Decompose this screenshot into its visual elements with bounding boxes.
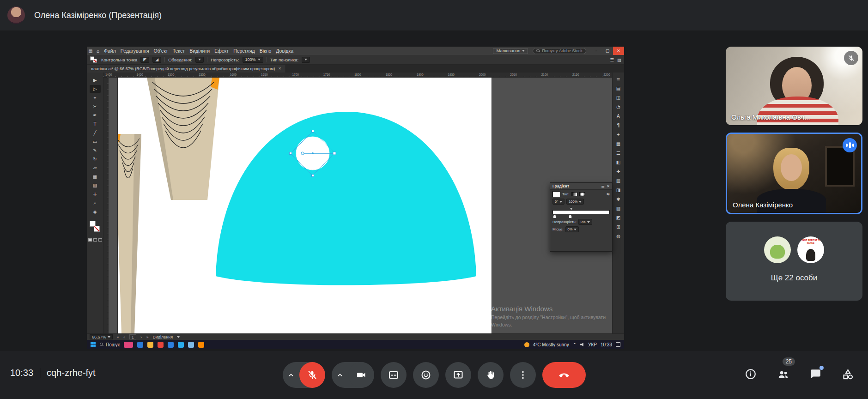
line-tool-icon[interactable]: ╱ (90, 129, 101, 137)
reactions-button[interactable] (413, 362, 439, 388)
dock-panel-icon[interactable]: ▥ (614, 177, 623, 185)
reverse-gradient-icon[interactable]: ⇆ (607, 192, 610, 196)
cup-large[interactable] (147, 78, 219, 200)
camera-button[interactable] (348, 362, 374, 388)
fill-stroke-control[interactable] (89, 220, 101, 235)
artboard-number[interactable]: 1 (129, 334, 136, 339)
zoom-dropdown[interactable]: 66,67% (90, 334, 113, 339)
dock-panel-icon[interactable]: ▤ (614, 85, 623, 92)
gradient-angle-dropdown[interactable]: 0° (552, 199, 565, 205)
dock-panel-icon[interactable]: ◨ (614, 186, 623, 194)
dock-panel-icon[interactable]: ≡ (614, 75, 623, 83)
menu-edit[interactable]: Редагування (118, 48, 152, 54)
dock-panel-icon[interactable]: ¶ (614, 121, 623, 129)
workspace-switcher[interactable]: Малювання (493, 48, 528, 54)
mute-button[interactable] (299, 362, 325, 388)
menu-window[interactable]: Вікно (257, 48, 274, 54)
gradient-bar[interactable] (552, 210, 610, 214)
stop-location-dropdown[interactable]: 0% (565, 226, 579, 232)
dock-panel-icon[interactable]: A (614, 112, 623, 120)
dock-panel-icon[interactable]: ◍ (614, 232, 623, 240)
participant-tile-speaking[interactable]: Олена Казіміренко (726, 133, 862, 214)
stroke-color-swatch[interactable] (94, 226, 100, 232)
linear-gradient-button[interactable] (571, 192, 577, 196)
weather-label[interactable]: 4°C Mostly sunny (533, 342, 569, 347)
pen-tool-icon[interactable]: ✒ (90, 111, 101, 119)
canvas-area[interactable] (103, 78, 612, 333)
maximize-button[interactable]: ▢ (602, 47, 613, 55)
captions-button[interactable] (381, 362, 407, 388)
type-tool-icon[interactable]: T (90, 120, 101, 128)
dock-panel-icon[interactable]: ✱ (614, 195, 623, 203)
selection-tool-icon[interactable]: ▶ (90, 76, 101, 84)
taskbar-mail-icon[interactable] (137, 342, 143, 348)
home-icon[interactable]: ⌂ (94, 48, 102, 54)
participant-tile[interactable]: Ольга Миколаївна Овч... (726, 47, 862, 125)
artboard[interactable] (118, 78, 492, 333)
taskbar-folder-icon[interactable] (147, 342, 153, 348)
close-button[interactable]: ✕ (613, 47, 624, 55)
next-artboard-icon[interactable]: › (140, 335, 142, 339)
taskbar-chrome-icon[interactable] (158, 342, 164, 348)
gradient-stop[interactable] (569, 215, 572, 218)
convert-smooth-button[interactable]: ◢ (152, 57, 161, 63)
convert-corner-button[interactable]: ◤ (140, 57, 149, 63)
gradient-slider[interactable] (552, 207, 610, 218)
dock-panel-icon[interactable]: ⊞ (614, 223, 623, 231)
close-panel-icon[interactable]: ✕ (607, 184, 610, 188)
dock-panel-icon[interactable]: ▧ (614, 205, 623, 212)
participants-button[interactable]: 25 (777, 368, 789, 381)
rotate-tool-icon[interactable]: ↻ (90, 155, 101, 163)
zoom-tool-icon[interactable]: ⌕ (90, 199, 101, 207)
volume-icon[interactable] (580, 343, 584, 346)
rectangle-tool-icon[interactable]: ▭ (90, 138, 101, 145)
fill-stroke-swatch[interactable] (90, 56, 98, 63)
taskbar-illustrator-icon[interactable] (198, 342, 204, 348)
gradient-scale-dropdown[interactable]: 100% (566, 199, 584, 205)
overflow-participants-tile[interactable]: DO NOT REPOST THIS IMAGE Ще 22 особи (726, 222, 862, 301)
taskbar-clock[interactable]: 10:33 (601, 342, 612, 347)
end-call-button[interactable] (542, 362, 586, 388)
dock-panel-icon[interactable]: ◔ (614, 103, 623, 111)
activities-button[interactable] (841, 368, 854, 381)
dock-panel-icon[interactable]: ▦ (614, 140, 623, 148)
none-button[interactable] (98, 238, 102, 242)
vertical-ruler[interactable] (103, 78, 109, 333)
dock-panel-icon[interactable]: ◩ (614, 214, 623, 222)
panel-grid-icon[interactable]: ▤ (617, 57, 621, 62)
menu-view[interactable]: Перегляд (231, 48, 257, 54)
color-mode-buttons[interactable] (88, 238, 102, 242)
horizontal-ruler[interactable]: 1400 1450 1500 1550 1600 1650 1700 1750 … (103, 73, 612, 78)
close-tab-icon[interactable]: ✕ (278, 66, 281, 71)
menu-help[interactable]: Довідка (273, 48, 296, 54)
panel-menu-icon[interactable]: ☰ (601, 184, 604, 188)
menu-file[interactable]: Файл (102, 48, 118, 54)
present-button[interactable] (445, 362, 471, 388)
direct-selection-tool-icon[interactable]: ▷ (90, 85, 101, 93)
meeting-details-button[interactable] (744, 368, 757, 381)
gradient-panel-header[interactable]: Градієнт ☰ ✕ (550, 183, 612, 190)
stock-search-input[interactable]: Пошук у Adobe Stock (533, 48, 586, 54)
app-grid-icon[interactable]: ▦ (87, 48, 94, 54)
first-artboard-icon[interactable]: « (117, 335, 120, 339)
dock-panel-icon[interactable]: ✦ (614, 131, 623, 139)
camera-options-button[interactable] (332, 370, 348, 380)
blend-tool-icon[interactable]: ✛ (90, 190, 101, 198)
menu-object[interactable]: Об'єкт (152, 48, 170, 54)
taskbar-search[interactable]: Пошук (100, 342, 120, 347)
notification-center-icon[interactable] (616, 342, 620, 347)
menu-effect[interactable]: Ефект (212, 48, 231, 54)
last-artboard-icon[interactable]: » (146, 335, 149, 339)
minimize-button[interactable]: – (591, 47, 602, 55)
taskbar-edge-icon[interactable] (168, 342, 174, 348)
menu-select[interactable]: Виділити (187, 48, 212, 54)
brush-dropdown[interactable] (302, 57, 310, 63)
dome-shape[interactable] (216, 112, 476, 285)
taskbar-store-icon[interactable] (188, 342, 194, 348)
pencil-tool-icon[interactable]: ✎ (90, 146, 101, 154)
start-button[interactable] (91, 342, 96, 347)
gradient-stop[interactable] (553, 215, 556, 218)
mic-options-button[interactable] (283, 370, 299, 380)
dock-panel-icon[interactable]: ◧ (614, 158, 623, 166)
scissors-tool-icon[interactable]: ✂ (90, 103, 101, 110)
